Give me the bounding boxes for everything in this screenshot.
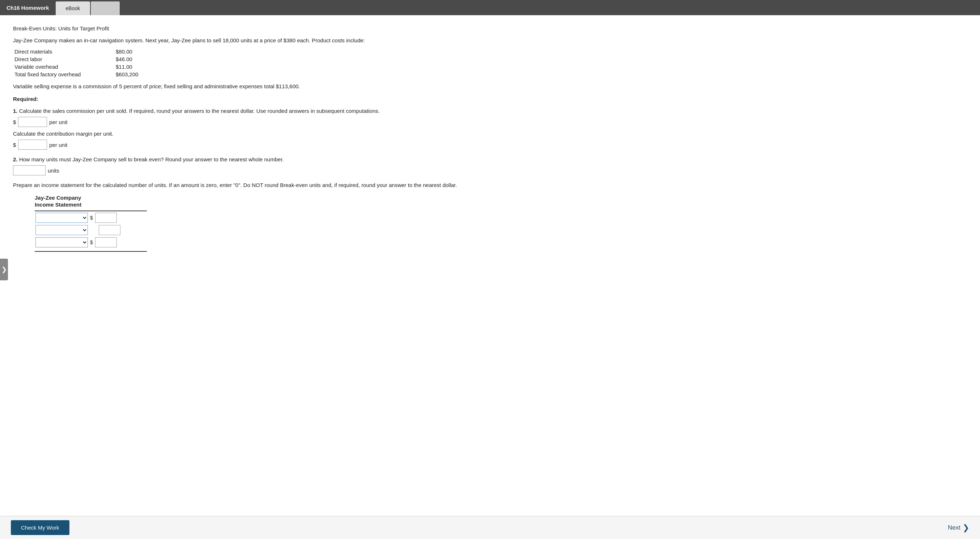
stmt-subtitle: Income Statement	[35, 201, 81, 207]
question-2-number: 2.	[13, 156, 18, 163]
question-1-number: 1.	[13, 108, 18, 114]
cost-label-variable-overhead: Variable overhead	[14, 64, 116, 70]
sales-commission-input[interactable]	[18, 117, 47, 127]
stmt-input-3[interactable]	[95, 237, 117, 247]
tab-empty	[91, 2, 120, 15]
per-unit-label-1: per unit	[49, 119, 67, 125]
required-label: Required:	[13, 96, 967, 102]
income-stmt-intro: Prepare an income statement for the calc…	[13, 182, 967, 188]
stmt-row-2: Sales Variable costs Contribution margin…	[35, 225, 147, 235]
cost-row-variable-overhead: Variable overhead $11.00	[14, 64, 967, 70]
stmt-row-3: Sales Variable costs Contribution margin…	[35, 237, 147, 247]
stmt-dollar-3: $	[90, 239, 93, 245]
side-arrow-button[interactable]: ❯	[0, 258, 8, 281]
income-stmt-table: Sales Variable costs Contribution margin…	[35, 210, 147, 252]
app-title: Ch16 Homework	[0, 0, 56, 15]
note-text: Variable selling expense is a commission…	[13, 83, 967, 89]
sub-question-text: Calculate the contribution margin per un…	[13, 131, 967, 137]
stmt-select-3[interactable]: Sales Variable costs Contribution margin…	[35, 237, 88, 247]
cost-table: Direct materials $80.00 Direct labor $46…	[14, 48, 967, 77]
question-1-block: 1. Calculate the sales commission per un…	[13, 108, 967, 150]
question-2-body: How many units must Jay-Zee Company sell…	[19, 156, 284, 163]
cost-value-direct-materials: $80.00	[116, 48, 132, 55]
main-content-area: Break-Even Units: Units for Target Profi…	[0, 15, 980, 539]
units-label: units	[48, 167, 59, 174]
next-label: Next	[948, 524, 961, 531]
cost-value-variable-overhead: $11.00	[116, 64, 132, 70]
next-chevron-icon: ❯	[963, 523, 969, 533]
question-1-body: Calculate the sales commission per unit …	[19, 108, 380, 114]
cost-row-direct-labor: Direct labor $46.00	[14, 56, 967, 62]
dollar-sign-1: $	[13, 119, 16, 125]
income-statement-section: Prepare an income statement for the calc…	[13, 182, 967, 252]
break-even-units-input[interactable]	[13, 165, 46, 175]
question-1-input1-row: $ per unit	[13, 117, 967, 127]
question-1-input2-row: $ per unit	[13, 140, 967, 150]
question-2-text: 2. How many units must Jay-Zee Company s…	[13, 156, 967, 163]
stmt-dollar-1: $	[90, 215, 93, 221]
stmt-row-1: Sales Variable costs Contribution margin…	[35, 213, 147, 223]
bottom-action-bar: Check My Work Next ❯	[0, 516, 980, 539]
question-2-input-row: units	[13, 165, 967, 175]
contribution-margin-input[interactable]	[18, 140, 47, 150]
check-my-work-button[interactable]: Check My Work	[11, 520, 70, 535]
cost-label-fixed-factory: Total fixed factory overhead	[14, 71, 116, 77]
cost-label-direct-materials: Direct materials	[14, 48, 116, 55]
question-1-text: 1. Calculate the sales commission per un…	[13, 108, 967, 114]
stmt-input-2[interactable]	[99, 225, 121, 235]
company-name: Jay-Zee Company	[35, 195, 81, 201]
next-button[interactable]: Next ❯	[948, 523, 969, 533]
question-2-block: 2. How many units must Jay-Zee Company s…	[13, 156, 967, 175]
cost-row-direct-materials: Direct materials $80.00	[14, 48, 967, 55]
stmt-input-1[interactable]	[95, 213, 117, 223]
dollar-sign-2: $	[13, 142, 16, 148]
cost-row-fixed-factory: Total fixed factory overhead $603,200	[14, 71, 967, 77]
per-unit-label-2: per unit	[49, 142, 67, 148]
side-panel-toggle[interactable]: ❯	[0, 258, 8, 281]
tab-ebook[interactable]: eBook	[56, 2, 91, 15]
cost-label-direct-labor: Direct labor	[14, 56, 116, 62]
cost-value-fixed-factory: $603,200	[116, 71, 138, 77]
cost-value-direct-labor: $46.00	[116, 56, 132, 62]
stmt-select-2[interactable]: Sales Variable costs Contribution margin…	[35, 225, 88, 235]
page-title: Break-Even Units: Units for Target Profi…	[13, 26, 967, 32]
top-navigation-bar: Ch16 Homework eBook	[0, 0, 980, 15]
stmt-select-1[interactable]: Sales Variable costs Contribution margin…	[35, 213, 88, 223]
intro-text: Jay-Zee Company makes an in-car navigati…	[13, 37, 967, 43]
income-stmt-center: Jay-Zee Company Income Statement Sales V…	[35, 195, 967, 252]
